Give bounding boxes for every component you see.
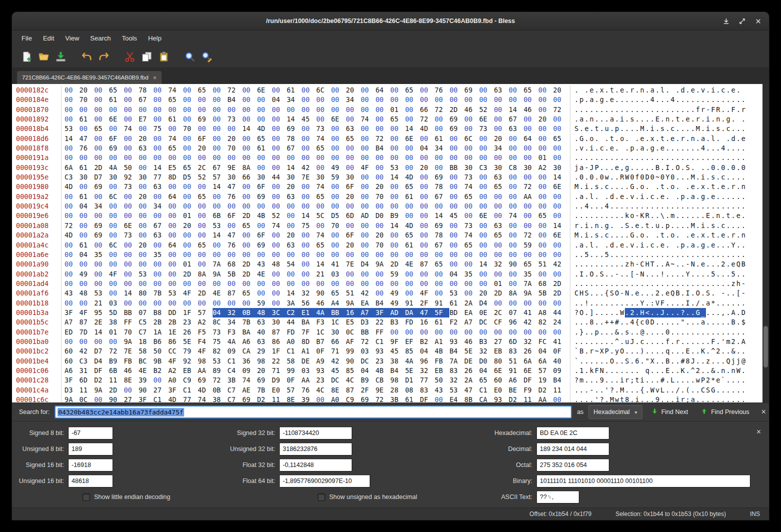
- hex-byte[interactable]: 0F: [553, 346, 568, 356]
- ascii-char[interactable]: .: [655, 328, 660, 337]
- ascii-char[interactable]: .: [716, 308, 721, 318]
- ascii-char[interactable]: N: [691, 260, 696, 269]
- ascii-char[interactable]: C: [574, 288, 579, 298]
- ascii-char[interactable]: @: [741, 356, 746, 366]
- hex-byte[interactable]: 00: [509, 221, 524, 230]
- ascii-char[interactable]: ,: [721, 308, 726, 318]
- ascii-char[interactable]: o: [630, 211, 635, 220]
- hex-byte[interactable]: 00: [109, 230, 124, 240]
- ascii-char[interactable]: .: [660, 202, 665, 211]
- ascii-char[interactable]: G: [696, 308, 701, 318]
- hex-byte[interactable]: 34: [228, 318, 243, 327]
- ascii-char[interactable]: .: [691, 328, 696, 337]
- ascii-char[interactable]: .: [579, 202, 584, 211]
- hex-byte[interactable]: 00: [553, 328, 568, 337]
- ascii-char[interactable]: .: [579, 298, 584, 308]
- ascii-char[interactable]: .: [605, 376, 610, 385]
- hex-byte[interactable]: E5: [168, 163, 183, 172]
- hex-byte[interactable]: 00: [435, 153, 450, 162]
- hex-byte[interactable]: 00: [509, 182, 524, 192]
- ascii-char[interactable]: .: [726, 298, 731, 308]
- hex-byte[interactable]: 00: [375, 153, 390, 162]
- hex-byte[interactable]: 18: [139, 337, 154, 346]
- ascii-char[interactable]: .: [610, 260, 615, 269]
- hex-byte[interactable]: 00: [405, 114, 420, 124]
- hex-byte[interactable]: 00: [302, 182, 317, 192]
- hex-byte[interactable]: 6C: [109, 192, 124, 202]
- ascii-char[interactable]: t: [711, 182, 716, 192]
- hex-byte[interactable]: 9A: [65, 395, 80, 402]
- ascii-char[interactable]: [600, 192, 605, 202]
- hex-byte[interactable]: A6: [65, 366, 80, 376]
- ascii-char[interactable]: .: [706, 318, 711, 327]
- ascii-char[interactable]: .: [600, 386, 605, 395]
- ascii-char[interactable]: .: [635, 202, 640, 211]
- ascii-char[interactable]: .: [665, 250, 670, 260]
- ascii-char[interactable]: O: [590, 270, 595, 279]
- ascii-char[interactable]: w: [605, 172, 610, 182]
- ascii-char[interactable]: .: [686, 318, 691, 327]
- hex-byte[interactable]: BA: [242, 328, 257, 337]
- ascii-char[interactable]: .: [660, 395, 665, 402]
- ascii-char[interactable]: .: [721, 298, 726, 308]
- ascii-char[interactable]: .: [686, 366, 691, 376]
- hex-byte[interactable]: 00: [538, 270, 553, 279]
- ascii-char[interactable]: .: [574, 386, 579, 395]
- ascii-char[interactable]: .: [701, 250, 706, 260]
- hex-byte[interactable]: 2D: [94, 163, 109, 172]
- ascii-char[interactable]: .: [615, 95, 620, 104]
- ascii-char[interactable]: .: [635, 337, 640, 346]
- hex-byte[interactable]: 00: [198, 124, 213, 134]
- ascii-char[interactable]: .: [701, 270, 706, 279]
- ascii-char[interactable]: .: [716, 86, 721, 95]
- ascii-char[interactable]: .: [721, 279, 726, 288]
- ascii-char[interactable]: .: [615, 356, 620, 366]
- hex-byte[interactable]: 00: [435, 95, 450, 104]
- hex-byte[interactable]: 3F: [139, 395, 154, 402]
- ascii-char[interactable]: .: [726, 328, 731, 337]
- decimal-field[interactable]: 189 234 014 044: [536, 442, 609, 456]
- hex-byte[interactable]: 00: [494, 270, 509, 279]
- hex-byte[interactable]: 30: [287, 172, 302, 182]
- ascii-char[interactable]: .: [675, 172, 680, 182]
- hex-byte[interactable]: 79: [183, 346, 198, 356]
- ascii-char[interactable]: .: [584, 105, 589, 114]
- ascii-char[interactable]: .: [696, 144, 701, 153]
- hex-byte[interactable]: 45: [302, 114, 317, 124]
- hex-byte[interactable]: 47: [228, 182, 243, 192]
- hex-byte[interactable]: 83: [509, 346, 524, 356]
- ascii-char[interactable]: .: [610, 250, 615, 260]
- hex-byte[interactable]: 00: [464, 250, 479, 260]
- ascii-char[interactable]: .: [645, 270, 650, 279]
- ascii-char[interactable]: i: [584, 221, 589, 230]
- hex-byte[interactable]: 63: [287, 240, 302, 250]
- hex-byte[interactable]: 6F: [198, 134, 213, 144]
- hex-byte[interactable]: 53: [65, 124, 80, 134]
- ascii-char[interactable]: .: [620, 318, 625, 327]
- open-file-button[interactable]: [35, 48, 52, 64]
- hex-byte[interactable]: 00: [80, 124, 95, 134]
- ascii-char[interactable]: .: [579, 105, 584, 114]
- ascii-char[interactable]: .: [660, 346, 665, 356]
- ascii-char[interactable]: .: [696, 250, 701, 260]
- ascii-char[interactable]: .: [680, 105, 685, 114]
- ascii-char[interactable]: .: [741, 366, 746, 376]
- hex-byte[interactable]: 45: [331, 366, 346, 376]
- ascii-char[interactable]: n: [691, 134, 696, 144]
- ascii-char[interactable]: [670, 86, 675, 95]
- hex-byte[interactable]: 00: [361, 270, 376, 279]
- hex-byte[interactable]: 00: [390, 153, 405, 162]
- ascii-char[interactable]: ": [680, 318, 685, 327]
- hex-byte[interactable]: 00: [228, 221, 243, 230]
- ascii-char[interactable]: .: [640, 163, 645, 172]
- ascii-char[interactable]: .: [645, 346, 650, 356]
- ascii-char[interactable]: .: [741, 172, 746, 182]
- ascii-char[interactable]: .: [574, 105, 579, 114]
- hex-byte[interactable]: 34: [435, 144, 450, 153]
- ascii-char[interactable]: d: [731, 134, 736, 144]
- find-next-button[interactable]: Find Next: [647, 406, 692, 418]
- ascii-char[interactable]: .: [600, 163, 605, 172]
- ascii-char[interactable]: .: [655, 153, 660, 162]
- ascii-char[interactable]: ;: [686, 395, 691, 402]
- ascii-char[interactable]: J: [691, 356, 696, 366]
